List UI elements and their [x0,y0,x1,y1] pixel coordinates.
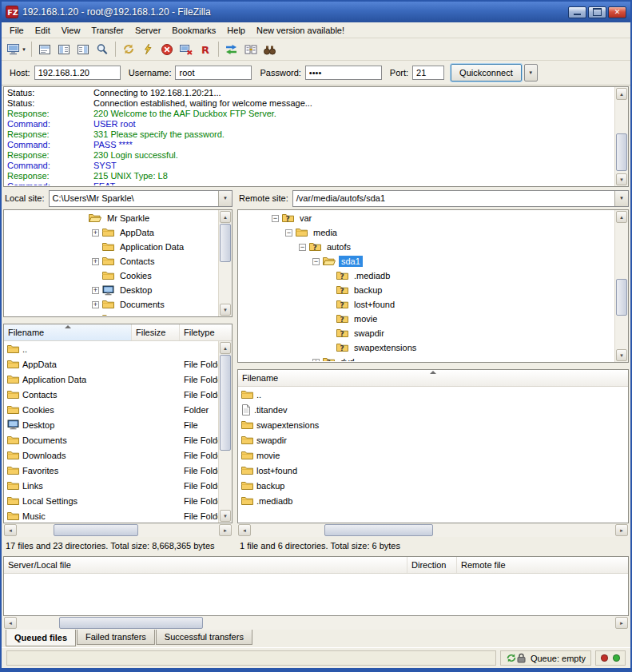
menu-bookmarks[interactable]: Bookmarks [166,24,221,37]
menu-server[interactable]: Server [129,24,166,37]
remote-tree-item-sda1[interactable]: −sda1 [239,254,614,268]
scroll-track[interactable] [616,224,627,348]
remote-tree-item-var[interactable]: −?var [239,211,614,225]
toggle-local-tree-button[interactable] [54,40,74,59]
scroll-thumb[interactable] [54,524,137,536]
local-list-vertical-scrollbar[interactable]: ▲ ▼ [218,341,232,523]
local-tree-item-cookies[interactable]: Cookies [5,268,217,283]
remote-row-backup[interactable]: backup [238,478,628,493]
chevron-down-icon[interactable]: ▼ [614,191,628,206]
scroll-track[interactable] [616,101,627,173]
log-vertical-scrollbar[interactable]: ▲ ▼ [614,87,628,186]
scroll-right-button[interactable]: ► [615,617,628,629]
local-row-music[interactable]: MusicFile Folder [4,508,218,523]
titlebar[interactable]: FZ 192.168.1.20 - root@192.168.1.20 - Fi… [2,2,630,22]
disconnect-button[interactable] [177,40,196,59]
scroll-thumb[interactable] [616,279,627,316]
local-tree-item-desktop[interactable]: +Desktop [5,283,217,297]
local-tree-item-application-data[interactable]: Application Data [5,240,217,254]
column-header-filesize[interactable]: Filesize [132,324,180,340]
remote-row-movie[interactable]: movie [238,447,628,463]
scroll-up-button[interactable]: ▲ [616,211,627,223]
remote-tree-item-mediadb[interactable]: ?.mediadb [239,268,614,283]
scroll-down-button[interactable]: ▼ [616,173,627,185]
scroll-right-button[interactable]: ► [615,524,628,536]
tree-expander-icon[interactable]: + [92,316,99,316]
tree-expander-icon[interactable]: − [299,244,306,251]
scroll-track[interactable] [18,524,218,536]
maximize-button[interactable] [588,6,606,18]
local-tree-item-downloads[interactable]: +Downloads [5,312,217,316]
queue-horizontal-scrollbar[interactable]: ◄ ► [3,616,629,630]
scroll-track[interactable] [220,224,231,303]
tree-expander-icon[interactable]: + [92,258,99,265]
local-row-favorites[interactable]: FavoritesFile Folder [4,463,218,478]
local-horizontal-scrollbar[interactable]: ◄ ► [3,523,233,537]
cancel-button[interactable] [157,40,177,59]
remote-row-swapdir[interactable]: swapdir [238,432,628,447]
quickconnect-dropdown-button[interactable]: ▼ [524,64,538,82]
toggle-message-log-button[interactable] [35,40,54,59]
remote-row-titandev[interactable]: .titandev [238,402,628,417]
refresh-button[interactable] [119,40,138,59]
process-queue-button[interactable] [138,40,157,59]
tree-expander-icon[interactable]: + [92,229,99,237]
local-site-combobox[interactable]: C:\Users\Mr Sparkle\ ▼ [49,190,233,207]
local-tree-item-contacts[interactable]: +Contacts [5,254,217,268]
menu-file[interactable]: File [4,24,30,37]
local-row-downloads[interactable]: DownloadsFile Folder [4,447,218,463]
remote-row-swapextensions[interactable]: swapextensions [238,417,628,432]
reconnect-button[interactable]: R [196,40,215,59]
local-row-application-data[interactable]: Application DataFile Folder [4,372,218,387]
host-input[interactable] [34,66,121,80]
local-tree-vertical-scrollbar[interactable]: ▲ ▼ [218,210,232,316]
tree-expander-icon[interactable]: + [312,359,320,362]
tree-expander-icon[interactable]: + [92,301,99,308]
chevron-down-icon[interactable]: ▼ [218,191,232,206]
local-row-links[interactable]: LinksFile Folder [4,478,218,493]
filename-filters-button[interactable] [93,40,112,59]
remote-tree-item-swapdir[interactable]: ?swapdir [239,326,614,340]
menu-edit[interactable]: Edit [30,24,56,37]
remote-row-lost-found[interactable]: lost+found [238,463,628,478]
scroll-track[interactable] [220,355,231,509]
local-row-appdata[interactable]: AppDataFile Folder [4,356,218,372]
scroll-down-button[interactable]: ▼ [220,304,231,316]
scroll-down-button[interactable]: ▼ [220,510,231,522]
scroll-up-button[interactable]: ▲ [220,211,231,223]
column-header-filename[interactable]: Filename [238,370,628,386]
tab-failed-transfers[interactable]: Failed transfers [77,630,155,645]
close-button[interactable] [608,6,626,18]
scroll-left-button[interactable]: ◄ [4,617,17,629]
local-horizontal-splitter[interactable] [3,317,233,324]
remote-row-mediadb[interactable]: .mediadb [238,493,628,508]
menu-view[interactable]: View [56,24,86,37]
quickconnect-button[interactable]: Quickconnect [451,64,522,82]
scroll-thumb[interactable] [220,355,231,451]
local-row-contacts[interactable]: ContactsFile Folder [4,387,218,402]
local-row-parent-directory[interactable]: .. [4,341,218,356]
site-manager-button[interactable]: ▼ [5,40,28,59]
directory-comparison-button[interactable] [222,40,241,59]
remote-tree-vertical-scrollbar[interactable]: ▲ ▼ [614,210,628,362]
tree-expander-icon[interactable]: + [92,287,99,294]
toggle-remote-tree-button[interactable] [74,40,93,59]
synchronized-browsing-button[interactable] [241,40,260,59]
remote-row-parent-directory[interactable]: .. [238,387,628,402]
column-header-direction[interactable]: Direction [407,557,457,573]
remote-tree-item-backup[interactable]: ?backup [239,283,614,297]
tab-queued-files[interactable]: Queued files [6,630,76,646]
password-input[interactable] [305,66,382,80]
tree-expander-icon[interactable]: − [312,258,320,265]
minimize-button[interactable] [568,6,586,18]
scroll-up-button[interactable]: ▲ [220,342,231,354]
username-input[interactable] [175,66,252,80]
tree-expander-icon[interactable]: − [272,215,279,222]
remote-tree-item-autofs[interactable]: −?autofs [239,240,614,254]
tab-successful-transfers[interactable]: Successful transfers [156,630,252,645]
local-row-cookies[interactable]: CookiesFolder [4,402,218,417]
local-tree-item-mr-sparkle[interactable]: Mr Sparkle [5,211,217,225]
find-files-button[interactable] [260,40,280,59]
column-header-filename[interactable]: Filename [4,324,132,340]
column-header-remote-file[interactable]: Remote file [457,557,628,573]
